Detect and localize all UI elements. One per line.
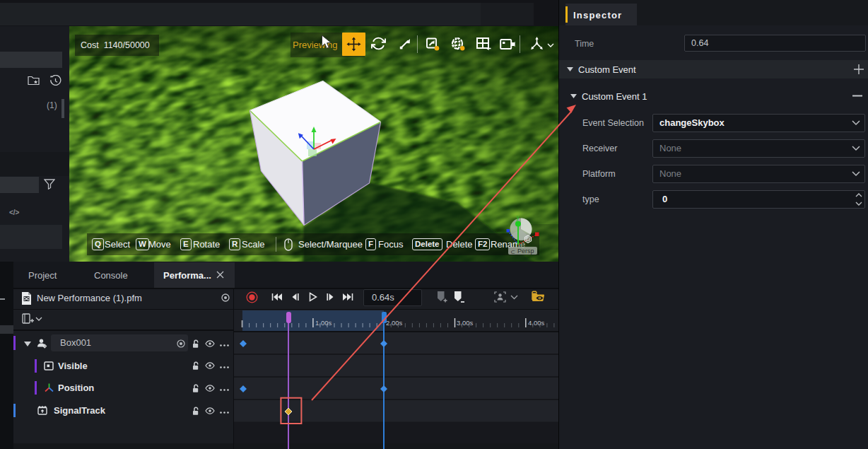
svg-text:Persp: Persp <box>517 247 534 255</box>
svg-text:1.00s: 1.00s <box>315 319 332 327</box>
svg-text:2.00s: 2.00s <box>386 319 402 327</box>
svg-text:⊂: ⊂ <box>510 249 515 255</box>
svg-text:4.00s: 4.00s <box>528 319 544 327</box>
svg-text:3.00s: 3.00s <box>457 319 473 327</box>
